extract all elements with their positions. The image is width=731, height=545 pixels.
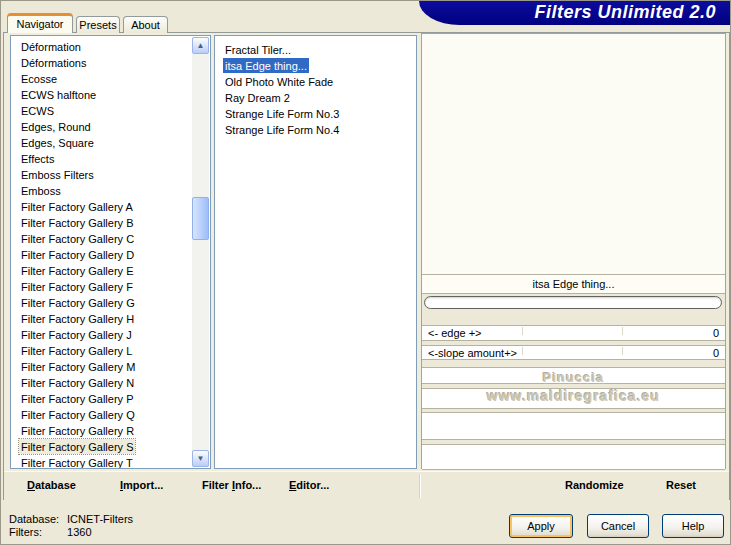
list-item[interactable]: Old Photo White Fade — [215, 74, 416, 90]
list-item[interactable]: Déformation — [11, 39, 210, 55]
list-item[interactable]: Filter Factory Gallery E — [11, 263, 210, 279]
list-item[interactable]: Filter Factory Gallery Q — [11, 407, 210, 423]
scroll-up-icon[interactable]: ▲ — [192, 37, 209, 54]
list-item[interactable]: Filter Factory Gallery M — [11, 359, 210, 375]
list-item[interactable]: Filter Factory Gallery G — [11, 295, 210, 311]
param-row-empty — [422, 367, 725, 384]
label-rest: nfo... — [235, 479, 261, 491]
import-button[interactable]: Import... — [120, 479, 163, 491]
list-item-label: Filter Factory Gallery F — [19, 279, 135, 294]
label-rest: mport... — [123, 479, 163, 491]
param-value: 0 — [713, 346, 719, 360]
category-list-items: DéformationDéformationsEcosseECWS halfto… — [11, 39, 210, 469]
list-item[interactable]: Filter Factory Gallery T — [11, 455, 210, 469]
list-item[interactable]: Filter Factory Gallery P — [11, 391, 210, 407]
list-item-label: Filter Factory Gallery T — [19, 455, 135, 469]
scroll-down-icon[interactable]: ▼ — [192, 450, 209, 467]
category-listbox[interactable]: DéformationDéformationsEcosseECWS halfto… — [10, 35, 211, 469]
slider-tick — [522, 327, 523, 335]
label-rest: atabase — [35, 479, 76, 491]
param-slider-slope-amount[interactable]: <-slope amount+> 0 — [422, 345, 725, 360]
tab-presets[interactable]: Presets — [76, 16, 120, 33]
tab-label: About — [131, 19, 160, 31]
mnemonic: D — [27, 479, 35, 491]
preview-caption: itsa Edge thing... — [533, 278, 615, 290]
list-item[interactable]: Filter Factory Gallery A — [11, 199, 210, 215]
tab-about[interactable]: About — [123, 16, 168, 33]
list-item[interactable]: Filter Factory Gallery S — [11, 439, 210, 455]
list-item-label: Filter Factory Gallery J — [19, 327, 134, 342]
cancel-button[interactable]: Cancel — [587, 514, 649, 538]
toolbar: Database Import... Filter Info... Editor… — [4, 471, 729, 500]
list-item[interactable]: Ray Dream 2 — [215, 90, 416, 106]
list-item-label: Filter Factory Gallery S — [19, 439, 135, 454]
list-item[interactable]: ECWS — [11, 103, 210, 119]
tab-label: Navigator — [16, 18, 63, 30]
list-item[interactable]: Filter Factory Gallery C — [11, 231, 210, 247]
list-item[interactable]: ECWS halftone — [11, 87, 210, 103]
list-item-label: Ray Dream 2 — [223, 90, 292, 105]
list-item-label: Filter Factory Gallery L — [19, 343, 134, 358]
editor-button[interactable]: Editor... — [289, 479, 329, 491]
status-filters-row: Filters: 1360 — [9, 526, 133, 539]
tab-navigator[interactable]: Navigator — [7, 13, 73, 33]
category-scrollbar[interactable]: ▲ ▼ — [192, 37, 209, 467]
progress-bar — [424, 296, 722, 309]
list-item[interactable]: Filter Factory Gallery F — [11, 279, 210, 295]
list-item-label: Strange Life Form No.4 — [223, 122, 341, 137]
preview-caption-bar: itsa Edge thing... — [422, 274, 725, 294]
list-item[interactable]: Déformations — [11, 55, 210, 71]
list-item[interactable]: Filter Factory Gallery J — [11, 327, 210, 343]
label-rest: ditor... — [296, 479, 329, 491]
list-item-label: Fractal Tiler... — [223, 42, 293, 57]
list-item-label: Ecosse — [19, 71, 59, 86]
param-slider-edge[interactable]: <- edge +> 0 — [422, 325, 725, 341]
list-item[interactable]: Edges, Square — [11, 135, 210, 151]
database-label: Database: — [9, 513, 64, 526]
param-value: 0 — [713, 326, 719, 340]
scrollbar-thumb[interactable] — [192, 197, 209, 240]
slider-tick — [522, 347, 523, 355]
param-label: <- edge +> — [428, 326, 482, 340]
list-item[interactable]: Filter Factory Gallery B — [11, 215, 210, 231]
list-item[interactable]: Filter Factory Gallery N — [11, 375, 210, 391]
list-item[interactable]: Emboss — [11, 183, 210, 199]
filters-value: 1360 — [67, 526, 91, 538]
list-item-label: itsa Edge thing... — [223, 58, 309, 73]
list-item[interactable]: Filter Factory Gallery D — [11, 247, 210, 263]
filter-info-button[interactable]: Filter Info... — [202, 479, 261, 491]
list-item-label: Filter Factory Gallery A — [19, 199, 135, 214]
app-title: Filters Unlimited 2.0 — [534, 2, 716, 22]
list-item[interactable]: Filter Factory Gallery H — [11, 311, 210, 327]
list-item-label: ECWS — [19, 103, 56, 118]
param-row-empty — [422, 388, 725, 409]
filter-listbox[interactable]: Fractal Tiler...itsa Edge thing...Old Ph… — [214, 35, 417, 469]
filters-unlimited-dialog: Filters Unlimited 2.0 Navigator Presets … — [0, 0, 731, 545]
list-item[interactable]: Effects — [11, 151, 210, 167]
list-item[interactable]: itsa Edge thing... — [215, 58, 416, 74]
help-button[interactable]: Help — [662, 514, 724, 538]
list-item[interactable]: Edges, Round — [11, 119, 210, 135]
list-item-label: Filter Factory Gallery P — [19, 391, 135, 406]
list-item-label: Effects — [19, 151, 56, 166]
list-item[interactable]: Strange Life Form No.4 — [215, 122, 416, 138]
list-item-label: Old Photo White Fade — [223, 74, 335, 89]
database-button[interactable]: Database — [27, 479, 76, 491]
list-item-label: Edges, Square — [19, 135, 96, 150]
randomize-button[interactable]: Randomize — [565, 479, 624, 491]
param-row-empty — [422, 412, 725, 440]
list-item[interactable]: Ecosse — [11, 71, 210, 87]
list-item[interactable]: Fractal Tiler... — [215, 42, 416, 58]
list-item[interactable]: Strange Life Form No.3 — [215, 106, 416, 122]
reset-button[interactable]: Reset — [666, 479, 696, 491]
apply-button[interactable]: Apply — [509, 514, 573, 538]
label-pre: Filter — [202, 479, 232, 491]
list-item[interactable]: Filter Factory Gallery L — [11, 343, 210, 359]
list-item[interactable]: Filter Factory Gallery R — [11, 423, 210, 439]
navigator-tab-page: DéformationDéformationsEcosseECWS halfto… — [3, 32, 730, 500]
list-item[interactable]: Emboss Filters — [11, 167, 210, 183]
param-label: <-slope amount+> — [428, 346, 517, 360]
list-item-label: Filter Factory Gallery H — [19, 311, 136, 326]
preview-panel: itsa Edge thing... <- edge +> 0 <-slope … — [421, 33, 726, 469]
slider-tick — [622, 347, 623, 355]
